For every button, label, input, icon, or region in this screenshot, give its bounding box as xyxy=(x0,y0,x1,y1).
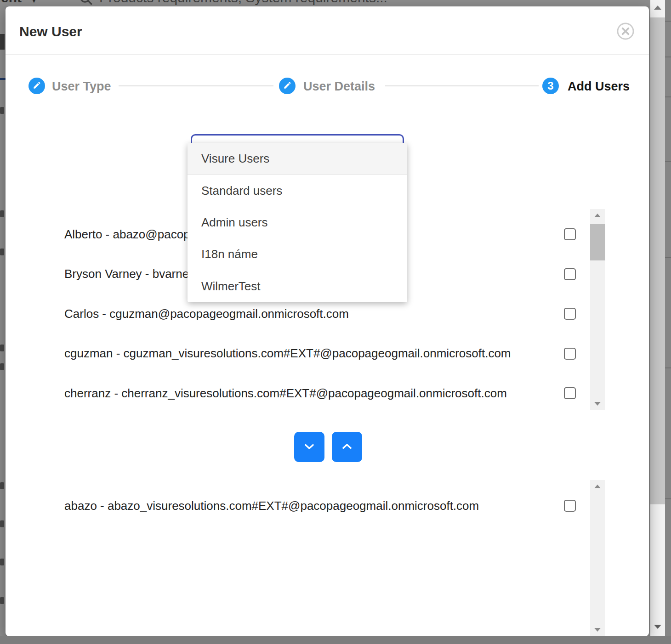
chevron-down-icon: ▼ xyxy=(28,0,40,6)
step-1-icon-circle[interactable] xyxy=(28,78,45,94)
dropdown-option-visure-users[interactable]: Visure Users xyxy=(188,143,407,175)
move-down-button[interactable] xyxy=(294,432,324,462)
background-right-edge xyxy=(665,0,671,644)
background-bottom-edge xyxy=(0,636,671,644)
user-label: cguzman - cguzman_visuresolutions.com#EX… xyxy=(64,345,542,362)
user-label: cherranz - cherranz_visuresolutions.com#… xyxy=(64,385,542,402)
search-icon xyxy=(78,0,94,6)
user-label: Carlos - cguzman@pacopageogmail.onmicros… xyxy=(64,305,542,322)
user-checkbox[interactable] xyxy=(564,387,576,399)
available-user-row[interactable]: cherranz - cherranz_visuresolutions.com#… xyxy=(6,373,649,413)
step-add-users-label[interactable]: Add Users xyxy=(568,79,630,93)
background-page-header: ent ▼ Products requirements, System requ… xyxy=(0,0,650,6)
scroll-up-icon[interactable] xyxy=(654,6,661,10)
step-3-number-circle[interactable]: 3 xyxy=(542,78,559,94)
user-type-dropdown: Visure Users Standard users Admin users … xyxy=(188,143,407,302)
scroll-down-icon[interactable] xyxy=(594,628,601,632)
pencil-icon xyxy=(283,81,292,91)
available-user-row[interactable]: cguzman - cguzman_visuresolutions.com#EX… xyxy=(6,334,649,373)
user-checkbox[interactable] xyxy=(564,268,576,280)
scroll-down-icon[interactable] xyxy=(654,625,661,629)
chevron-up-icon xyxy=(340,439,354,455)
scroll-up-icon[interactable] xyxy=(594,214,601,217)
close-button[interactable] xyxy=(615,21,636,41)
move-up-button[interactable] xyxy=(332,432,362,462)
user-label: abazo - abazo_visuresolutions.com#EXT#@p… xyxy=(64,497,542,514)
background-search-placeholder: Products requirements, System requiremen… xyxy=(99,0,387,6)
selected-users-scrollbar[interactable] xyxy=(590,480,605,636)
background-left-edge xyxy=(0,6,6,636)
header-divider xyxy=(6,54,649,55)
chevron-down-icon xyxy=(302,439,317,455)
scrollbar-thumb[interactable] xyxy=(590,224,605,260)
screen: ent ▼ Products requirements, System requ… xyxy=(0,0,671,644)
user-checkbox[interactable] xyxy=(564,308,576,320)
dropdown-option-standard-users[interactable]: Standard users xyxy=(188,175,407,206)
user-checkbox[interactable] xyxy=(564,348,576,360)
new-user-modal: New User User Type User D xyxy=(6,6,649,636)
modal-title: New User xyxy=(19,24,82,40)
step-user-details-label[interactable]: User Details xyxy=(303,79,375,93)
step-2-icon-circle[interactable] xyxy=(279,78,296,94)
user-checkbox[interactable] xyxy=(564,228,576,240)
dropdown-option-wilmertest[interactable]: WilmerTest xyxy=(188,271,407,302)
stepper-connector xyxy=(385,85,539,86)
pencil-icon xyxy=(33,81,41,91)
step-3-number: 3 xyxy=(547,79,553,92)
dropdown-option-i18n-name[interactable]: I18n náme xyxy=(188,238,407,270)
stepper-connector xyxy=(119,85,273,86)
selected-user-row[interactable]: abazo - abazo_visuresolutions.com#EXT#@p… xyxy=(6,486,649,525)
browser-scrollbar[interactable] xyxy=(650,0,665,644)
dropdown-option-admin-users[interactable]: Admin users xyxy=(188,207,407,238)
background-menu-fragment: ent xyxy=(1,0,22,6)
browser-scrollbar-thumb[interactable] xyxy=(650,17,665,504)
step-user-type-label[interactable]: User Type xyxy=(52,79,111,93)
scroll-down-icon[interactable] xyxy=(594,402,601,406)
user-checkbox[interactable] xyxy=(564,500,576,512)
scroll-up-icon[interactable] xyxy=(594,485,601,488)
available-users-scrollbar[interactable] xyxy=(590,209,605,410)
